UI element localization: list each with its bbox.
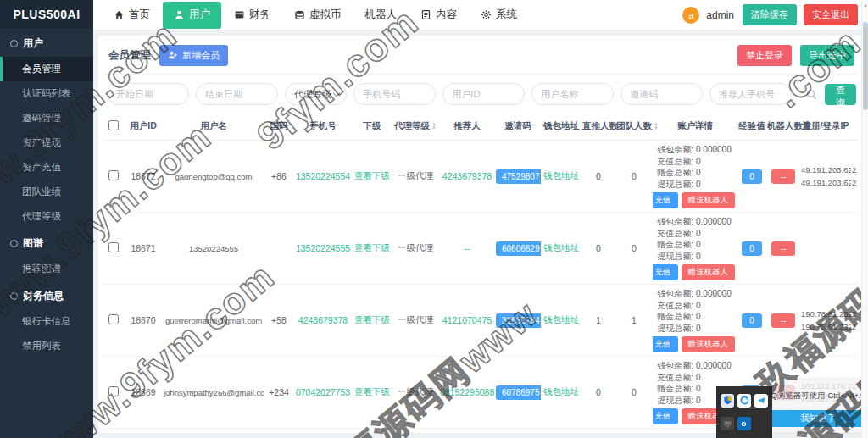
display-settings-icon[interactable]: [721, 417, 734, 430]
view-sub-link[interactable]: 查看下级: [354, 170, 390, 180]
nav-item-home[interactable]: 首页: [103, 2, 161, 29]
filter-input-4[interactable]: [442, 83, 525, 105]
wallet-address-link[interactable]: 钱包地址: [543, 170, 579, 180]
robot-count-badge[interactable]: --: [771, 313, 796, 328]
exp-badge: 0: [742, 313, 762, 328]
phone-cell: 9955215748: [293, 429, 353, 434]
view-sub-link[interactable]: 查看下级: [354, 242, 390, 252]
phone-cell: 13520224555: [293, 213, 353, 285]
withdraw-value: 0: [696, 251, 735, 263]
row-checkbox[interactable]: [108, 242, 119, 252]
sidebar-item-finance-info-1[interactable]: 禁用列表: [0, 334, 93, 358]
wallet-cell: 钱包地址: [541, 285, 581, 357]
qq-browser-icon[interactable]: [737, 394, 751, 408]
team-count-cell: 0: [615, 357, 653, 429]
gear-icon: [481, 9, 492, 20]
agent-level-select[interactable]: 代理等级: [285, 83, 347, 105]
select-all-checkbox[interactable]: [108, 120, 119, 130]
column-header-label: 下级: [364, 120, 381, 130]
row-checkbox[interactable]: [108, 170, 119, 180]
column-header-label: 代理等级: [394, 120, 430, 130]
sidebar-section-finance-info[interactable]: 财务信息: [0, 281, 93, 309]
sidebar-item-users-3[interactable]: 资产提现: [0, 130, 93, 155]
column-header-5[interactable]: 代理等级▲▼: [392, 114, 439, 141]
logout-button[interactable]: 安全退出: [804, 4, 858, 25]
column-header-6: 推荐人: [439, 114, 495, 141]
sidebar-item-users-6[interactable]: 代理等级: [0, 204, 93, 229]
view-sub-link[interactable]: 查看下级: [354, 386, 390, 396]
export-selected-button[interactable]: 导出选中: [800, 45, 854, 66]
filter-input-0[interactable]: [107, 83, 189, 105]
column-header-8: 钱包地址: [541, 114, 581, 141]
outlook-icon[interactable]: [737, 417, 751, 430]
search-button[interactable]: 查询: [825, 84, 856, 105]
telegram-icon[interactable]: [754, 394, 768, 408]
country-code-cell: [264, 213, 293, 285]
column-header-9[interactable]: 直推人数▲▼: [581, 114, 615, 141]
column-header-10[interactable]: 团队人数▲▼: [615, 114, 653, 141]
sidebar-section-graph[interactable]: 图谱: [0, 229, 93, 257]
add-member-button[interactable]: 新增会员: [159, 45, 228, 66]
bonus-label: 赠金总额:: [657, 383, 693, 395]
ban-login-button[interactable]: 禁止登录: [737, 45, 792, 66]
sidebar-section-title: 用户: [23, 36, 43, 51]
nav-item-users[interactable]: 用户: [163, 2, 221, 29]
table-row: 186711352022455513520224555查看下级一级代理--606…: [103, 213, 858, 285]
filter-input-5[interactable]: [531, 83, 614, 105]
sort-icon[interactable]: ▲▼: [654, 122, 659, 130]
sidebar-item-users-1[interactable]: 认证码列表: [0, 81, 93, 106]
topnav-right: a admin 清除缓存 安全退出: [682, 4, 858, 25]
nav-item-robot[interactable]: 机器人: [354, 2, 409, 29]
recharge-button[interactable]: 充值: [653, 192, 678, 208]
scrollbar-up-arrow[interactable]: ▲: [862, 3, 868, 8]
filter-input-6[interactable]: [620, 83, 703, 105]
sidebar-item-graph-0[interactable]: 推荐图谱: [0, 257, 93, 281]
clear-cache-button[interactable]: 清除缓存: [743, 4, 797, 25]
nav-item-content[interactable]: 内容: [409, 2, 468, 29]
sidebar-item-users-0[interactable]: 会员管理: [0, 57, 93, 81]
filter-input-1[interactable]: [196, 83, 278, 105]
exp-cell: 0: [737, 213, 766, 285]
sidebar-section-users[interactable]: 用户: [0, 29, 93, 57]
register-time-line: 2: [852, 164, 858, 176]
recharge-button[interactable]: 充值: [653, 408, 678, 424]
sidebar-item-users-4[interactable]: 资产充值: [0, 155, 93, 180]
row-checkbox[interactable]: [108, 314, 119, 324]
scrollbar-thumb[interactable]: [863, 22, 868, 110]
nav-item-crypto[interactable]: 虚拟币: [283, 2, 353, 29]
wallet-address-link[interactable]: 钱包地址: [543, 386, 579, 396]
balance-value: 0.000000: [696, 216, 735, 228]
sidebar-item-users-2[interactable]: 邀码管理: [0, 106, 93, 130]
vertical-scrollbar[interactable]: ▲: [861, 0, 868, 438]
view-sub-cell: 查看下级: [353, 141, 392, 213]
view-sub-cell: 查看下级: [353, 429, 392, 434]
user-name-cell: Randymamaril17@gmail.com: [163, 429, 264, 434]
filter-input-7[interactable]: [709, 83, 792, 105]
view-sub-link[interactable]: 查看下级: [354, 314, 390, 324]
robot-count-cell: --: [766, 141, 800, 213]
gift-robot-button[interactable]: 赠送机器人: [682, 192, 736, 208]
avatar[interactable]: a: [682, 7, 699, 24]
robot-count-badge[interactable]: --: [771, 241, 796, 256]
recharge-value: 0: [696, 372, 735, 384]
direct-count-cell: 0: [581, 213, 615, 285]
account-details-cell: 钱包余额:0.000000充值总额:0赠金总额:0提现总额:0充值赠送机器人: [653, 141, 737, 213]
nav-item-finance[interactable]: 财务: [223, 2, 281, 29]
nav-item-label: 虚拟币: [309, 8, 342, 22]
row-checkbox[interactable]: [108, 386, 119, 396]
sidebar-item-users-5[interactable]: 团队业绩: [0, 180, 93, 204]
robot-count-badge[interactable]: --: [771, 169, 796, 184]
register-time-line: 2: [852, 308, 858, 320]
toast-ok-button[interactable]: 我知道了: [772, 410, 864, 427]
nav-item-system[interactable]: 系统: [470, 2, 528, 29]
recharge-button[interactable]: 充值: [653, 336, 678, 352]
filter-input-3[interactable]: [353, 83, 436, 105]
sidebar-item-finance-info-0[interactable]: 银行卡信息: [0, 309, 93, 334]
wallet-address-link[interactable]: 钱包地址: [543, 314, 579, 324]
recharge-button[interactable]: 充值: [653, 264, 678, 280]
sort-icon[interactable]: ▲▼: [431, 122, 437, 130]
gift-robot-button[interactable]: 赠送机器人: [682, 264, 736, 280]
wallet-address-link[interactable]: 钱包地址: [543, 242, 579, 252]
gift-robot-button[interactable]: 赠送机器人: [682, 336, 736, 352]
windows-security-icon[interactable]: [721, 394, 734, 408]
